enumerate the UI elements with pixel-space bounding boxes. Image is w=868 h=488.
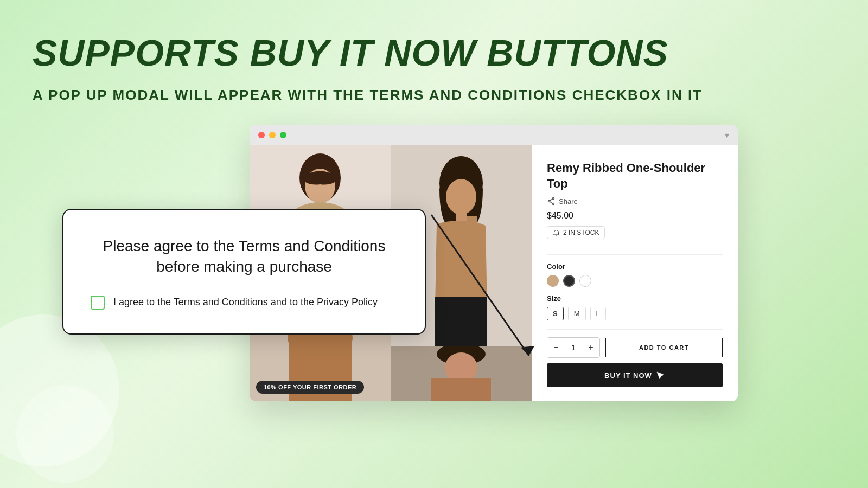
svg-point-23 bbox=[548, 201, 550, 202]
privacy-policy-link[interactable]: Privacy Policy bbox=[317, 297, 378, 307]
stock-badge: 2 IN STOCK bbox=[547, 226, 605, 239]
browser-chevron: ▾ bbox=[725, 130, 729, 140]
browser-topbar: ▾ bbox=[250, 125, 738, 145]
size-btn-l[interactable]: L bbox=[590, 307, 606, 320]
divider-1 bbox=[547, 254, 723, 255]
color-swatch-white[interactable] bbox=[579, 275, 591, 287]
svg-point-20 bbox=[445, 352, 477, 383]
color-label: Color bbox=[547, 262, 723, 271]
svg-line-26 bbox=[550, 202, 552, 204]
color-swatch-black[interactable] bbox=[563, 275, 575, 287]
buy-now-button[interactable]: BUY IT NOW bbox=[547, 363, 723, 387]
terms-and-conditions-link[interactable]: Terms and Conditions bbox=[174, 297, 268, 307]
svg-rect-21 bbox=[431, 378, 491, 401]
popup-agreement-text: I agree to the Terms and Conditions and … bbox=[113, 297, 378, 308]
quantity-decrease-button[interactable]: − bbox=[547, 338, 565, 357]
color-options bbox=[547, 275, 723, 287]
svg-point-8 bbox=[446, 179, 476, 215]
product-price: $45.00 bbox=[547, 211, 723, 221]
svg-point-22 bbox=[553, 198, 554, 200]
size-options: S M L bbox=[547, 307, 723, 320]
buy-now-label: BUY IT NOW bbox=[604, 371, 652, 380]
quantity-box: − 1 + bbox=[547, 337, 600, 358]
page-main-title: SUPPORTS BUY IT NOW BUTTONS bbox=[33, 31, 668, 74]
add-to-cart-button[interactable]: ADD TO CART bbox=[605, 338, 723, 357]
product-image-bottom-right bbox=[391, 346, 532, 401]
popup-text-prefix: I agree to the bbox=[113, 297, 174, 307]
quantity-value: 1 bbox=[565, 338, 582, 357]
size-label: Size bbox=[547, 294, 723, 303]
svg-rect-11 bbox=[435, 297, 487, 346]
product-detail-panel: Remy Ribbed One-Shoulder Top Share $45.0… bbox=[532, 145, 738, 401]
share-icon bbox=[547, 197, 556, 206]
size-btn-s[interactable]: S bbox=[547, 307, 564, 320]
stock-text: 2 IN STOCK bbox=[563, 229, 599, 236]
cursor-icon bbox=[655, 370, 665, 380]
share-label: Share bbox=[559, 197, 578, 206]
terms-checkbox[interactable] bbox=[91, 296, 105, 310]
decorative-blob-small bbox=[16, 385, 114, 483]
browser-dot-green[interactable] bbox=[280, 132, 286, 138]
browser-dot-red[interactable] bbox=[258, 132, 265, 138]
popup-modal: Please agree to the Terms and Conditions… bbox=[62, 209, 426, 335]
size-btn-m[interactable]: M bbox=[568, 307, 586, 320]
share-row[interactable]: Share bbox=[547, 197, 723, 206]
page-sub-title: A POP UP MODAL WILL APPEAR WITH THE TERM… bbox=[33, 87, 703, 104]
browser-dot-yellow[interactable] bbox=[269, 132, 276, 138]
divider-2 bbox=[547, 329, 723, 330]
svg-line-25 bbox=[550, 199, 552, 201]
product-name: Remy Ribbed One-Shoulder Top bbox=[547, 160, 723, 191]
svg-point-24 bbox=[553, 203, 554, 205]
bell-icon bbox=[553, 229, 560, 236]
quantity-increase-button[interactable]: + bbox=[582, 338, 599, 357]
popup-checkbox-row: I agree to the Terms and Conditions and … bbox=[91, 296, 398, 310]
svg-rect-10 bbox=[467, 216, 477, 226]
popup-text-middle: and to the bbox=[268, 297, 317, 307]
quantity-row: − 1 + ADD TO CART bbox=[547, 337, 723, 358]
color-swatch-tan[interactable] bbox=[547, 275, 559, 287]
popup-title: Please agree to the Terms and Conditions… bbox=[91, 236, 398, 277]
discount-banner: 10% OFF YOUR FIRST ORDER bbox=[256, 381, 364, 394]
